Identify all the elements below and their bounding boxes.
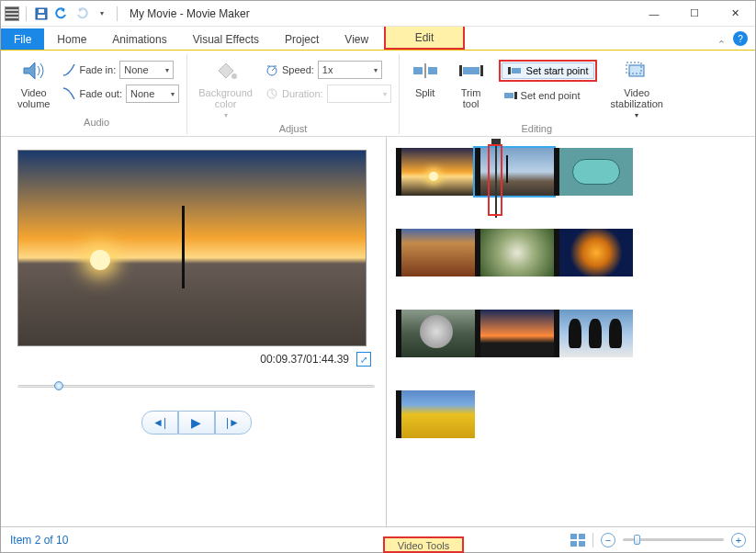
svg-rect-16 <box>629 65 644 76</box>
preview-pane: 00:09.37/01:44.39 ⤢ ◄| ▶ |► <box>1 137 387 526</box>
zoom-thumb[interactable] <box>634 535 640 545</box>
maximize-button[interactable]: ☐ <box>674 1 715 27</box>
help-button[interactable]: ? <box>733 31 748 46</box>
close-button[interactable]: ✕ <box>715 1 755 27</box>
video-volume-button[interactable]: Video volume <box>14 54 53 111</box>
duration-label: Duration: <box>282 88 323 99</box>
bg-color-label: Background color <box>198 87 253 109</box>
playhead-highlight <box>488 144 502 216</box>
title-bar: ▾ My Movie - Movie Maker Video Tools — ☐… <box>1 1 755 27</box>
fade-in-combo[interactable]: None▾ <box>119 61 173 79</box>
fade-in-label: Fade in: <box>79 64 116 75</box>
clip-row-2 <box>396 229 746 276</box>
speaker-icon <box>19 56 49 85</box>
stabilization-label: Video stabilization <box>610 87 662 109</box>
speed-label: Speed: <box>282 64 314 75</box>
tab-animations[interactable]: Animations <box>99 28 179 50</box>
clip-3-title[interactable] <box>554 148 633 196</box>
set-end-label: Set end point <box>521 90 581 101</box>
zoom-slider[interactable] <box>623 538 724 541</box>
fade-out-combo[interactable]: None▾ <box>126 85 179 103</box>
svg-rect-13 <box>512 68 521 73</box>
next-frame-button[interactable]: |► <box>215 411 252 434</box>
svg-rect-20 <box>570 541 577 547</box>
save-button[interactable] <box>33 6 50 22</box>
preview-frame[interactable] <box>17 150 367 346</box>
background-color-button[interactable]: Background color ▾ <box>195 54 256 121</box>
play-button[interactable]: ▶ <box>178 411 215 434</box>
clip-1[interactable] <box>396 148 475 196</box>
svg-rect-2 <box>39 9 44 13</box>
svg-rect-21 <box>579 541 585 547</box>
status-bar: Item 2 of 10 − + <box>1 526 755 552</box>
window-title: My Movie - Movie Maker <box>130 7 250 20</box>
seek-slider[interactable] <box>17 379 375 392</box>
clip-6[interactable] <box>554 229 633 276</box>
svg-rect-15 <box>514 92 517 99</box>
context-tab-group: Video Tools <box>383 536 464 553</box>
group-label-editing: Editing <box>521 123 552 134</box>
ribbon-tabs: File Home Animations Visual Effects Proj… <box>1 27 755 51</box>
thumbnail-view-button[interactable] <box>570 534 585 547</box>
undo-button[interactable] <box>53 6 70 22</box>
quick-access-toolbar: ▾ My Movie - Movie Maker <box>1 6 250 22</box>
paint-bucket-icon <box>211 56 241 85</box>
collapse-ribbon-button[interactable]: ⌄ <box>712 38 731 50</box>
clip-2-selected[interactable] <box>475 148 554 196</box>
trim-label: Trim tool <box>461 87 481 109</box>
fullscreen-button[interactable]: ⤢ <box>356 352 371 367</box>
set-start-label: Set start point <box>526 65 589 76</box>
tab-file[interactable]: File <box>1 28 44 50</box>
svg-rect-9 <box>463 67 480 74</box>
set-start-point-button[interactable]: Set start point <box>502 62 595 79</box>
zoom-in-button[interactable]: + <box>731 533 746 547</box>
group-label-adjust: Adjust <box>279 123 308 134</box>
speed-combo[interactable]: 1x▾ <box>318 61 382 79</box>
set-end-point-button[interactable]: Set end point <box>499 85 598 106</box>
prev-frame-button[interactable]: ◄| <box>141 411 178 434</box>
clip-9[interactable] <box>554 310 633 357</box>
clip-row-4 <box>396 390 746 438</box>
clip-10[interactable] <box>396 390 475 438</box>
tab-edit[interactable]: Edit <box>384 27 465 50</box>
tab-project[interactable]: Project <box>272 28 332 50</box>
svg-rect-1 <box>38 15 45 18</box>
fade-out-icon <box>62 87 75 100</box>
svg-rect-19 <box>579 534 585 539</box>
start-point-icon <box>508 65 521 76</box>
svg-point-3 <box>231 73 237 79</box>
minimize-button[interactable]: — <box>634 1 674 27</box>
app-icon <box>5 6 19 21</box>
fade-out-label: Fade out: <box>79 88 121 99</box>
ribbon: Video volume Fade in: None▾ Fade out: No… <box>1 51 755 137</box>
duration-combo: ▾ <box>327 85 391 103</box>
clip-5[interactable] <box>475 229 554 276</box>
clip-7[interactable] <box>396 310 475 357</box>
playback-controls: ◄| ▶ |► <box>17 411 375 434</box>
video-volume-label: Video volume <box>17 87 50 109</box>
tab-view[interactable]: View <box>332 28 381 50</box>
speed-icon <box>265 63 278 76</box>
seek-thumb[interactable] <box>54 381 63 390</box>
svg-rect-11 <box>480 65 483 76</box>
fade-in-icon <box>62 63 75 76</box>
content-area: 00:09.37/01:44.39 ⤢ ◄| ▶ |► <box>1 137 755 526</box>
svg-rect-18 <box>570 534 577 539</box>
tab-home[interactable]: Home <box>44 28 99 50</box>
zoom-out-button[interactable]: − <box>601 533 615 547</box>
video-stabilization-button[interactable]: Video stabilization ▾ <box>606 54 666 121</box>
clip-row-3 <box>396 310 746 357</box>
svg-rect-12 <box>508 67 511 74</box>
qat-dropdown[interactable]: ▾ <box>94 6 110 22</box>
clip-4[interactable] <box>396 229 475 276</box>
time-display: 00:09.37/01:44.39 <box>260 353 349 366</box>
svg-rect-14 <box>504 93 513 98</box>
ribbon-group-audio: Video volume Fade in: None▾ Fade out: No… <box>6 54 187 134</box>
ribbon-group-adjust: Background color ▾ Speed: 1x▾ Duration: … <box>187 54 399 134</box>
stabilization-icon <box>622 56 651 85</box>
tab-visual-effects[interactable]: Visual Effects <box>180 28 272 50</box>
duration-icon <box>265 87 278 100</box>
redo-button[interactable] <box>73 6 90 22</box>
clip-8[interactable] <box>475 310 554 357</box>
group-label-audio: Audio <box>84 117 109 128</box>
